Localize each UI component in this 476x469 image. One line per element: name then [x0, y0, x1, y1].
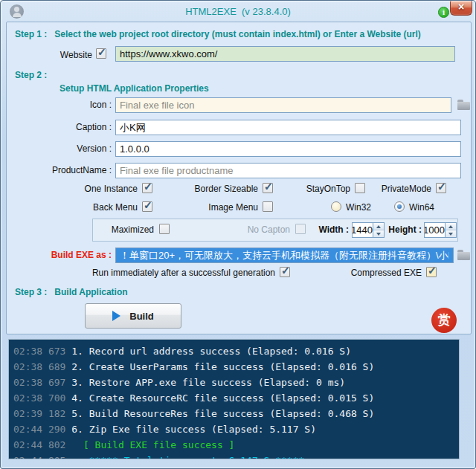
version-label: Version : — [18, 143, 112, 154]
log-row: 02:44 802 [ Build EXE file success ] — [13, 437, 454, 453]
height-value[interactable]: 1000 — [425, 223, 445, 237]
log-message: 6. Zip Exe file success (Elapsed: 5.117 … — [71, 424, 316, 435]
log-time: 02:38 700 — [13, 392, 65, 404]
height-spin-buttons — [445, 223, 456, 237]
app-window: HTML2EXE (v 23.8.4.0) i × Step 1 : Selec… — [0, 0, 476, 469]
website-label: Website — [18, 50, 92, 60]
build-exe-browse-button[interactable] — [457, 250, 471, 260]
win64-radio[interactable] — [394, 201, 405, 212]
step1-heading: Step 1 : — [15, 29, 47, 39]
log-message-total-time: ***** Total time spent: 6.147 S ***** — [71, 455, 304, 459]
build-exe-as-label: Build EXE as : — [18, 250, 112, 260]
reward-button[interactable]: 赏 — [431, 308, 457, 333]
version-input[interactable] — [115, 141, 461, 157]
step2-heading: Step 2 : — [15, 70, 47, 80]
height-spin-down-button[interactable] — [446, 230, 456, 237]
log-row: 02:38 700 4. Create ResourceRC file succ… — [13, 390, 454, 406]
info-icon[interactable]: i — [438, 7, 449, 18]
private-mode-label: PrivateMode — [350, 184, 431, 194]
log-time: 02:44 805 — [13, 455, 65, 459]
stay-on-top-label: StayOnTop — [268, 184, 350, 194]
width-label: Width : — [308, 224, 349, 235]
maximized-checkbox[interactable] — [159, 224, 170, 234]
main-panel: Step 1 : Select the web project root dir… — [6, 22, 472, 334]
log-message: 4. Create ResourceRC file success (Elaps… — [71, 392, 374, 404]
log-row: 02:38 697 3. Restore APP.exe file succes… — [13, 375, 454, 390]
log-message: 2. Create UserParams file success (Elaps… — [71, 361, 374, 372]
border-sizeable-label: Border Sizeable — [176, 184, 258, 194]
log-time: 02:38 673 — [13, 346, 65, 357]
step3-row: Step 3 : Build Application — [15, 287, 128, 297]
log-message-success: [ Build EXE file success ] — [71, 439, 234, 450]
private-mode-checkbox[interactable] — [436, 183, 446, 193]
height-spinner: 1000 — [424, 222, 457, 238]
productname-label: ProductName : — [18, 165, 112, 175]
one-instance-label: One Instance — [56, 184, 138, 194]
step3-heading: Step 3 : — [15, 287, 47, 297]
height-label: Height : — [381, 224, 422, 235]
caption-input[interactable] — [115, 120, 461, 135]
step1-row: Step 1 : Select the web project root dir… — [15, 29, 421, 39]
log-time: 02:44 290 — [13, 424, 65, 435]
website-input[interactable] — [115, 46, 455, 62]
win32-label: Win32 — [346, 202, 371, 213]
log-message: 5. Build ResourceRes file success (Elaps… — [71, 408, 374, 419]
build-button[interactable]: Build — [85, 303, 181, 329]
caption-label: Caption : — [18, 122, 112, 132]
icon-browse-button[interactable] — [457, 100, 471, 110]
log-row: 02:44 805 ***** Total time spent: 6.147 … — [13, 453, 454, 459]
height-spin-up-button[interactable] — [446, 223, 456, 230]
back-menu-checkbox[interactable] — [142, 201, 152, 212]
log-time: 02:44 802 — [13, 439, 65, 450]
log-time: 02:38 697 — [13, 377, 65, 388]
build-button-label: Build — [129, 311, 154, 322]
run-immediately-label: Run immediately after a successful gener… — [67, 268, 275, 278]
build-log[interactable]: 02:38 673 1. Record url address success … — [8, 339, 460, 459]
one-instance-checkbox[interactable] — [142, 183, 152, 193]
log-row: 02:44 290 6. Zip Exe file success (Elaps… — [13, 421, 454, 437]
width-spinner: 1440 — [352, 222, 385, 238]
log-message: 3. Restore APP.exe file success (Elapsed… — [71, 377, 345, 388]
icon-input[interactable] — [115, 97, 451, 113]
folder-icon — [457, 252, 470, 260]
play-icon — [112, 311, 120, 321]
win32-radio[interactable] — [331, 201, 341, 212]
log-row: 02:39 182 5. Build ResourceRes file succ… — [13, 406, 454, 421]
step2-subheading: Setup HTML Application Properties — [60, 83, 209, 94]
back-menu-label: Back Menu — [56, 202, 138, 213]
width-value[interactable]: 1440 — [353, 223, 373, 237]
website-checkbox[interactable] — [96, 48, 106, 59]
productname-input[interactable] — [115, 163, 461, 178]
log-row: 02:38 673 1. Record url address success … — [13, 343, 454, 359]
log-time: 02:39 182 — [13, 408, 65, 419]
run-immediately-checkbox[interactable] — [280, 267, 290, 277]
image-menu-checkbox[interactable] — [263, 201, 273, 212]
titlebar: HTML2EXE (v 23.8.4.0) i × — [1, 1, 475, 22]
step1-description: Select the web project root directory (m… — [54, 29, 421, 39]
compressed-exe-checkbox[interactable] — [426, 267, 437, 277]
step3-subheading: Build Application — [54, 287, 127, 297]
win64-label: Win64 — [409, 202, 434, 213]
log-row: 02:38 689 2. Create UserParams file succ… — [13, 359, 454, 375]
folder-icon — [457, 102, 470, 110]
window-title: HTML2EXE (v 23.8.4.0) — [1, 6, 475, 17]
icon-label: Icon : — [18, 100, 112, 110]
maximized-label: Maximized — [80, 224, 154, 235]
image-menu-label: Image Menu — [176, 202, 258, 213]
build-exe-as-input[interactable] — [115, 248, 454, 263]
log-time: 02:38 689 — [13, 361, 65, 372]
no-caption-label: No Capton — [216, 224, 290, 235]
no-caption-checkbox — [295, 224, 306, 234]
close-button[interactable]: × — [450, 1, 472, 16]
compressed-exe-label: Compressed EXE — [340, 268, 422, 278]
log-message: 1. Record url address success (Elapsed: … — [71, 346, 351, 357]
